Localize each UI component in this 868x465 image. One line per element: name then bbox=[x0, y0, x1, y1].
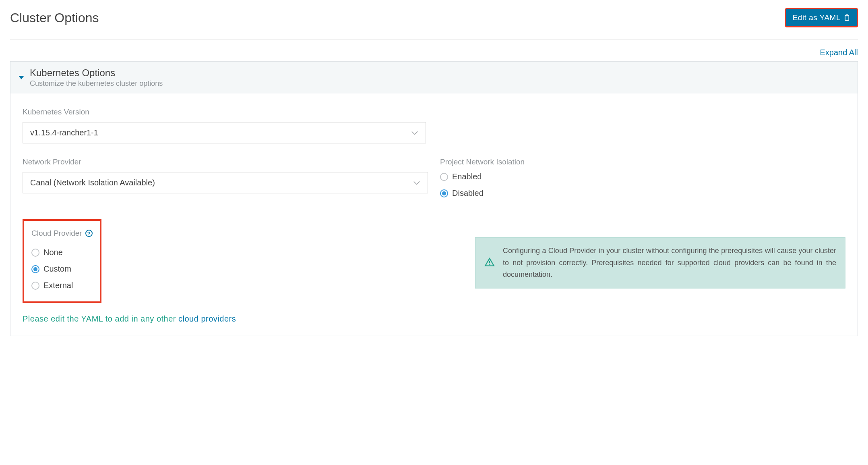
chevron-down-icon bbox=[413, 181, 420, 185]
kubernetes-version-select[interactable]: v1.15.4-rancher1-1 bbox=[23, 122, 426, 143]
network-provider-select[interactable]: Canal (Network Isolation Available) bbox=[23, 172, 428, 193]
radio-icon bbox=[440, 189, 448, 197]
isolation-disabled-label: Disabled bbox=[452, 189, 484, 198]
network-provider-value: Canal (Network Isolation Available) bbox=[30, 178, 155, 187]
cloud-provider-custom-label: Custom bbox=[43, 264, 71, 274]
isolation-disabled-radio[interactable]: Disabled bbox=[440, 189, 845, 198]
page-title: Cluster Options bbox=[10, 10, 99, 25]
cloud-providers-link[interactable]: cloud providers bbox=[178, 314, 236, 323]
cloud-provider-external-radio[interactable]: External bbox=[31, 281, 93, 290]
kubernetes-version-label: Kubernetes Version bbox=[23, 108, 426, 116]
edit-as-yaml-button[interactable]: Edit as YAML bbox=[785, 8, 858, 27]
radio-icon bbox=[31, 249, 39, 257]
network-isolation-label: Project Network Isolation bbox=[440, 158, 845, 166]
section-header[interactable]: Kubernetes Options Customize the kuberne… bbox=[10, 62, 858, 93]
chevron-down-icon bbox=[19, 76, 24, 79]
cloud-provider-label: Cloud Provider bbox=[31, 229, 82, 238]
yaml-hint-prefix: Please edit the YAML to add in any other bbox=[23, 314, 178, 323]
section-title: Kubernetes Options bbox=[30, 67, 163, 79]
expand-all-link[interactable]: Expand All bbox=[820, 48, 858, 57]
cloud-provider-custom-radio[interactable]: Custom bbox=[31, 264, 93, 274]
kubernetes-version-value: v1.15.4-rancher1-1 bbox=[30, 128, 98, 137]
cloud-provider-alert-text: Configuring a Cloud Provider in your clu… bbox=[503, 245, 836, 281]
section-subtitle: Customize the kubernetes cluster options bbox=[30, 79, 163, 88]
svg-point-3 bbox=[489, 264, 490, 264]
isolation-enabled-radio[interactable]: Enabled bbox=[440, 172, 845, 181]
isolation-enabled-label: Enabled bbox=[452, 172, 482, 181]
cloud-provider-none-radio[interactable]: None bbox=[31, 248, 93, 257]
yaml-hint: Please edit the YAML to add in any other… bbox=[23, 314, 845, 324]
cloud-provider-alert: Configuring a Cloud Provider in your clu… bbox=[475, 237, 845, 289]
cloud-provider-none-label: None bbox=[43, 248, 63, 257]
cloud-provider-highlight: Cloud Provider ? None Custom External bbox=[23, 219, 101, 303]
edit-as-yaml-label: Edit as YAML bbox=[793, 13, 841, 22]
kubernetes-options-section: Kubernetes Options Customize the kuberne… bbox=[10, 61, 858, 336]
clipboard-icon bbox=[843, 14, 850, 21]
radio-icon bbox=[440, 173, 448, 181]
radio-icon bbox=[31, 265, 39, 273]
cloud-provider-external-label: External bbox=[43, 281, 73, 290]
warning-icon bbox=[484, 257, 495, 269]
chevron-down-icon bbox=[411, 131, 418, 135]
network-provider-label: Network Provider bbox=[23, 158, 428, 166]
help-icon[interactable]: ? bbox=[85, 230, 93, 237]
radio-icon bbox=[31, 282, 39, 290]
